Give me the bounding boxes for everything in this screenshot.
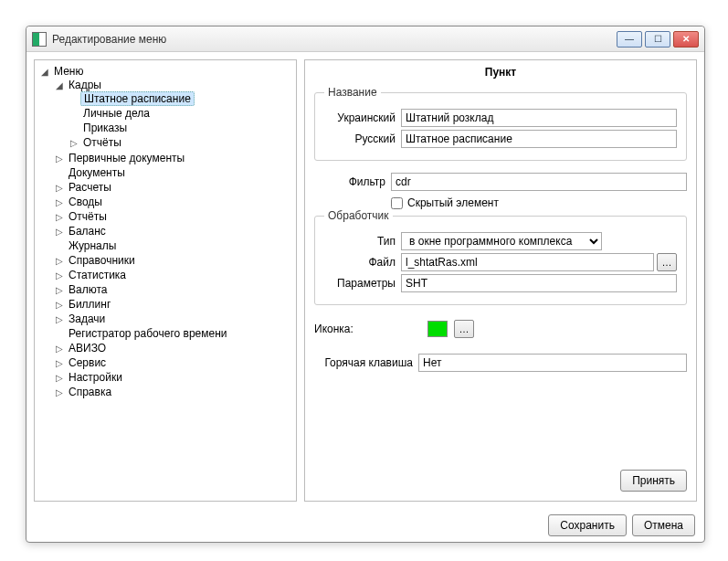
collapse-icon[interactable]: ▷ <box>55 270 64 280</box>
tree-item[interactable]: Валюта <box>66 283 110 296</box>
ukr-input[interactable] <box>401 109 677 127</box>
params-label: Параметры <box>324 277 396 290</box>
tree-item[interactable]: АВИЗО <box>66 342 109 355</box>
hidden-label: Скрытый элемент <box>407 196 499 209</box>
window-title: Редактирование меню <box>52 33 617 46</box>
tree-item-shtatnoe[interactable]: Штатное расписание <box>80 91 195 106</box>
tree-item-lichnye[interactable]: Личные дела <box>80 107 153 120</box>
tree-item[interactable]: Журналы <box>66 239 119 252</box>
collapse-icon[interactable]: ▷ <box>55 300 64 310</box>
minimize-button[interactable]: — <box>617 31 642 48</box>
menu-tree[interactable]: ◢Меню ◢Кадры ▪Штатное расписание ▪Личные… <box>34 59 297 502</box>
tree-item[interactable]: Настройки <box>66 371 125 384</box>
accept-button[interactable]: Принять <box>620 470 687 492</box>
collapse-icon[interactable]: ▷ <box>55 285 64 295</box>
maximize-button[interactable]: ☐ <box>645 31 670 48</box>
handler-legend: Обработчик <box>324 209 393 222</box>
filter-label: Фильтр <box>314 175 385 188</box>
icon-label: Иконка: <box>314 323 385 335</box>
tree-root[interactable]: Меню <box>51 65 86 78</box>
collapse-icon[interactable]: ▷ <box>55 387 64 397</box>
collapse-icon[interactable]: ▷ <box>55 344 64 354</box>
expand-icon[interactable]: ◢ <box>55 80 64 90</box>
titlebar: Редактирование меню — ☐ ✕ <box>26 26 704 52</box>
tree-item-prikazy[interactable]: Приказы <box>80 122 130 134</box>
tree-item-otchety-sub[interactable]: Отчёты <box>80 136 124 149</box>
collapse-icon[interactable]: ▷ <box>55 227 64 237</box>
close-button[interactable]: ✕ <box>673 31 699 48</box>
save-button[interactable]: Сохранить <box>548 514 627 536</box>
tree-item[interactable]: Первичные документы <box>66 152 187 164</box>
file-input[interactable] <box>401 253 654 271</box>
name-legend: Название <box>324 86 381 99</box>
tree-item[interactable]: Регистратор рабочего времени <box>66 327 230 340</box>
filter-input[interactable] <box>391 173 687 191</box>
detail-panel: Пункт Название Украинский Русский Фильтр… <box>304 59 697 502</box>
collapse-icon[interactable]: ▷ <box>69 138 79 148</box>
collapse-icon[interactable]: ▷ <box>55 212 64 222</box>
collapse-icon[interactable]: ▷ <box>55 358 64 368</box>
collapse-icon[interactable]: ▷ <box>55 183 64 193</box>
browse-button[interactable]: … <box>657 253 677 271</box>
collapse-icon[interactable]: ▷ <box>55 197 64 207</box>
collapse-icon[interactable]: ▷ <box>55 153 64 164</box>
app-icon <box>32 32 47 47</box>
icon-browse-button[interactable]: … <box>454 320 474 338</box>
collapse-icon[interactable]: ▷ <box>55 373 64 383</box>
tree-item[interactable]: Задачи <box>66 312 108 325</box>
rus-input[interactable] <box>401 130 677 148</box>
icon-swatch <box>427 321 448 337</box>
file-label: Файл <box>324 256 396 269</box>
tree-item[interactable]: Справочники <box>66 254 138 267</box>
panel-title: Пункт <box>314 66 687 79</box>
hotkey-label: Горячая клавиша <box>314 356 413 369</box>
tree-item[interactable]: Расчеты <box>66 181 114 194</box>
cancel-button[interactable]: Отмена <box>632 514 695 536</box>
collapse-icon[interactable]: ▷ <box>55 314 64 324</box>
ukr-label: Украинский <box>324 111 396 124</box>
type-label: Тип <box>324 235 396 248</box>
tree-item[interactable]: Отчёты <box>66 210 110 223</box>
hidden-checkbox[interactable] <box>391 197 403 209</box>
hotkey-input[interactable] <box>418 354 687 372</box>
collapse-icon[interactable]: ▷ <box>55 256 64 266</box>
name-fieldset: Название Украинский Русский <box>314 86 687 161</box>
type-select[interactable]: в окне программного комплекса <box>401 232 602 250</box>
tree-item[interactable]: Биллинг <box>66 298 113 311</box>
rus-label: Русский <box>324 132 396 145</box>
tree-item[interactable]: Сервис <box>66 356 109 369</box>
tree-item[interactable]: Справка <box>66 386 114 398</box>
tree-item[interactable]: Баланс <box>66 225 109 238</box>
tree-item[interactable]: Своды <box>66 196 105 208</box>
handler-fieldset: Обработчик Тип в окне программного компл… <box>314 209 687 305</box>
tree-item[interactable]: Документы <box>66 166 128 179</box>
tree-item-kadry[interactable]: Кадры <box>66 79 104 91</box>
params-input[interactable] <box>401 274 677 292</box>
tree-item[interactable]: Статистика <box>66 269 129 281</box>
expand-icon[interactable]: ◢ <box>40 67 49 77</box>
